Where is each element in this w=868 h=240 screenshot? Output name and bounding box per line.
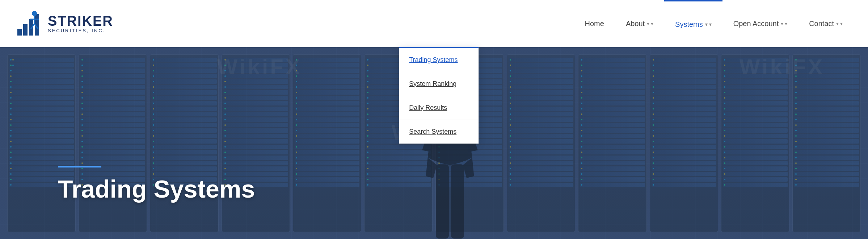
dropdown-item-system-ranking[interactable]: System Ranking [399, 72, 479, 96]
logo-icon [14, 9, 43, 38]
rack-4 [222, 54, 290, 232]
systems-dropdown-icon: ▾ ▾ [705, 21, 712, 27]
nav-about[interactable]: About ▾ ▾ [615, 0, 664, 47]
svg-rect-0 [17, 29, 22, 36]
rack-9 [578, 54, 646, 232]
rack-1 [7, 54, 76, 232]
dropdown-item-search-systems[interactable]: Search Systems [399, 120, 479, 144]
hero-content: Trading Systems [58, 166, 255, 203]
nav-contact[interactable]: Contact ▾ ▾ [798, 0, 854, 47]
dropdown-item-trading-systems[interactable]: Trading Systems [399, 48, 479, 72]
svg-rect-11 [436, 164, 449, 239]
rack-2 [79, 54, 147, 232]
logo-subtitle: SECURITIES, INC. [48, 28, 113, 33]
contact-dropdown-icon: ▾ ▾ [836, 21, 843, 26]
svg-point-4 [32, 11, 37, 16]
hero-title: Trading Systems [58, 175, 255, 203]
rack-3 [150, 54, 218, 232]
dropdown-item-daily-results[interactable]: Daily Results [399, 96, 479, 120]
nav-open-account[interactable]: Open Account ▾ ▾ [722, 0, 799, 47]
svg-rect-2 [29, 19, 33, 36]
svg-rect-1 [23, 24, 28, 36]
header: STRIKER SECURITIES, INC. Home About ▾ ▾ … [0, 0, 868, 47]
systems-dropdown: Trading Systems System Ranking Daily Res… [399, 47, 479, 144]
about-dropdown-icon: ▾ ▾ [647, 21, 653, 26]
rack-5 [293, 54, 361, 232]
nav-systems[interactable]: Systems ▾ ▾ [664, 0, 722, 47]
open-account-dropdown-icon: ▾ ▾ [781, 21, 787, 26]
logo-text: STRIKER SECURITIES, INC. [48, 14, 113, 33]
hero-accent-line [58, 166, 101, 167]
logo[interactable]: STRIKER SECURITIES, INC. [14, 9, 113, 38]
rack-10 [650, 54, 718, 232]
logo-brand: STRIKER [48, 14, 113, 28]
main-nav: Home About ▾ ▾ Systems ▾ ▾ Open Account … [574, 0, 854, 47]
rack-8 [507, 54, 575, 232]
nav-home[interactable]: Home [574, 0, 615, 47]
rack-12 [792, 54, 861, 232]
rack-11 [721, 54, 789, 232]
svg-rect-12 [451, 164, 464, 239]
